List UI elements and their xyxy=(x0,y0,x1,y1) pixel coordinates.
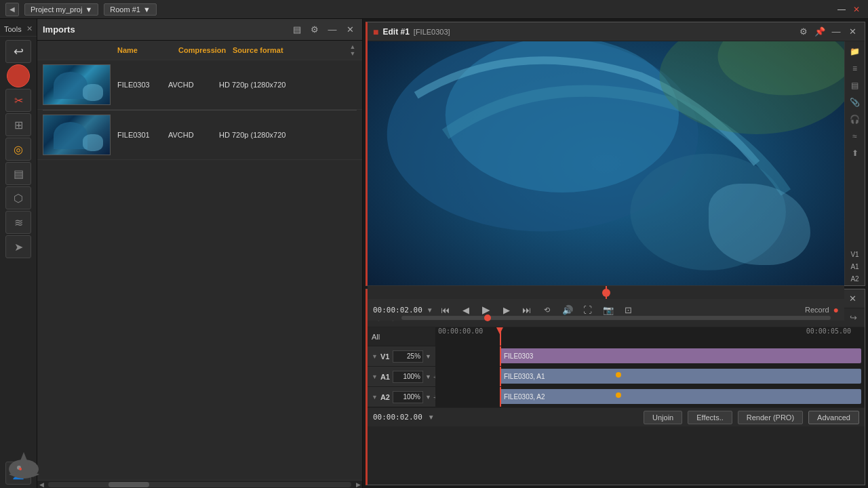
viewer-scrub-bar[interactable] xyxy=(368,285,844,299)
scroll-right-arrow[interactable]: ▶ xyxy=(354,481,362,488)
imports-panel: Imports ▤ ⚙ — ✕ Name Compression Source … xyxy=(37,19,363,488)
tl-close-btn[interactable]: ✕ xyxy=(846,292,859,306)
snap-btn[interactable]: 📷 xyxy=(600,303,616,317)
v1-pct-input[interactable] xyxy=(393,350,423,363)
fullscreen-btn[interactable]: ⛶ xyxy=(580,303,596,317)
effects-button[interactable]: Effects.. xyxy=(688,411,732,424)
a2-collapse-arrow[interactable]: ▼ xyxy=(372,394,378,401)
v1-collapse-arrow[interactable]: ▼ xyxy=(372,353,378,360)
scrub-indicator xyxy=(602,289,610,297)
scroll-thumb[interactable] xyxy=(108,482,149,487)
a2-clip-file0303[interactable]: FILE0303, A2 xyxy=(500,389,861,404)
a2-pct-dropdown[interactable]: ▼ xyxy=(425,394,431,401)
viewer-settings-btn[interactable]: ⚙ xyxy=(797,25,810,39)
audio-btn[interactable]: 🔊 xyxy=(559,303,576,317)
all-track-label-area: All xyxy=(368,333,435,341)
timecode-dropdown[interactable]: ▼ xyxy=(427,306,433,314)
col-scroll-down[interactable]: ▼ xyxy=(350,50,356,57)
viewer-minimize-btn[interactable]: — xyxy=(829,25,843,39)
tl-redo-btn[interactable]: ↪ xyxy=(848,312,859,323)
vt-a1-label: A1 xyxy=(850,263,859,270)
project-dropdown-icon[interactable]: ▼ xyxy=(85,5,92,14)
tl-zoom-slider[interactable] xyxy=(401,316,831,320)
room-dropdown-icon[interactable]: ▼ xyxy=(143,5,151,14)
all-track-name: All xyxy=(372,333,380,341)
imports-settings-btn[interactable]: ⚙ xyxy=(308,23,321,37)
a2-marker xyxy=(616,392,621,398)
go-start-btn[interactable]: ⏮ xyxy=(437,303,454,317)
tool-table-btn[interactable]: ▤ xyxy=(5,162,31,185)
tool-grid-btn[interactable]: ⊞ xyxy=(5,113,31,136)
imports-minimize-btn[interactable]: — xyxy=(326,23,339,37)
viewer-pin-btn[interactable]: 📌 xyxy=(813,25,827,39)
tl-tc-dropdown[interactable]: ▼ xyxy=(428,413,435,421)
tool-layers-btn[interactable]: ≋ xyxy=(5,211,31,234)
a2-playhead xyxy=(500,387,501,407)
vt-upload-btn[interactable]: ⬆ xyxy=(848,146,863,161)
app-icon-btn[interactable]: ◀ xyxy=(5,3,19,16)
svg-marker-1 xyxy=(18,452,29,466)
tool-cut-btn[interactable]: ✂ xyxy=(5,89,31,112)
project-label: Project my_proj xyxy=(31,5,82,14)
step-back-btn[interactable]: ◀ xyxy=(458,303,474,317)
a1-label-area: ▼ A1 ▼ + -1.3 0.0 xyxy=(368,367,435,386)
col-compression-header: Compression xyxy=(178,46,233,54)
edit-viewer: ■ Edit #1 [FILE0303] ⚙ 📌 — ✕ xyxy=(366,22,865,286)
imports-close-btn[interactable]: ✕ xyxy=(343,23,357,37)
tools-close-icon[interactable]: ✕ xyxy=(26,24,33,33)
thumb-image-1 xyxy=(43,65,110,104)
col-scroll-up[interactable]: ▲ xyxy=(350,43,356,50)
viewer-timecode: 00:00:02.00 xyxy=(373,306,422,314)
project-tab[interactable]: Project my_proj ▼ xyxy=(24,3,98,16)
tool-record-btn[interactable] xyxy=(7,64,30,87)
vt-folder-btn[interactable]: 📁 xyxy=(848,44,863,59)
import-format-0301: HD 720p (868x488 xyxy=(219,131,357,139)
v1-playhead xyxy=(500,346,501,366)
vt-clip-btn[interactable]: 📎 xyxy=(848,95,863,110)
col-name-header: Name xyxy=(117,46,178,54)
col-scroll: ▲ ▼ xyxy=(349,43,357,57)
vt-list-btn[interactable]: ≡ xyxy=(848,61,863,76)
frame-btn[interactable]: ⊡ xyxy=(620,303,637,317)
tool-3d-btn[interactable]: ⬡ xyxy=(5,186,31,209)
import-item-file0303[interactable]: FILE0303 AVCHD HD 720p (868x488 xyxy=(37,60,362,110)
go-end-btn[interactable]: ⏭ xyxy=(519,303,535,317)
room-tab[interactable]: Room #1 ▼ xyxy=(104,3,157,16)
a1-collapse-arrow[interactable]: ▼ xyxy=(372,373,378,380)
a2-clip-name: FILE0303, A2 xyxy=(504,393,545,401)
scroll-track[interactable] xyxy=(48,482,351,487)
a1-clip-name: FILE0303, A1 xyxy=(504,373,545,380)
a1-pct-dropdown[interactable]: ▼ xyxy=(425,373,431,380)
timeline-panel: ■ Edit #1 ⚙ 📌 ✕ ⊕ ⊘ ↩ ↪ Al xyxy=(366,289,865,485)
v1-pct-dropdown[interactable]: ▼ xyxy=(425,353,431,360)
tool-export-btn[interactable]: ➤ xyxy=(5,235,31,258)
a1-clip-file0303[interactable]: FILE0303, A1 xyxy=(500,369,861,384)
title-bar: ◀ Project my_proj ▼ Room #1 ▼ — ✕ xyxy=(0,0,868,19)
viewer-close-btn[interactable]: ✕ xyxy=(846,25,859,39)
close-button[interactable]: ✕ xyxy=(850,3,863,16)
a2-clips-area: FILE0303, A2 xyxy=(435,387,865,407)
import-item-file0301[interactable]: FILE0301 AVCHD HD 720p (868x488 xyxy=(37,110,362,160)
a1-pct-input[interactable] xyxy=(393,371,423,383)
tools-label: Tools xyxy=(4,25,22,33)
loop-btn[interactable]: ⟲ xyxy=(539,303,555,317)
viewer-title: Edit #1 xyxy=(382,27,409,37)
a2-pct-input[interactable] xyxy=(393,391,423,403)
a1-clips-area: FILE0303, A1 xyxy=(435,367,865,386)
tool-target-btn[interactable]: ◎ xyxy=(5,138,31,161)
minimize-button[interactable]: — xyxy=(835,3,848,16)
window-controls: — ✕ xyxy=(835,3,863,16)
vt-equalizer-btn[interactable]: ≈ xyxy=(848,129,863,144)
tool-select-btn[interactable]: ↩ xyxy=(5,40,31,63)
step-fwd-btn[interactable]: ▶ xyxy=(498,303,515,317)
render-button[interactable]: Render (PRO) xyxy=(738,411,803,424)
v1-clip-file0303[interactable]: FILE0303 xyxy=(500,348,861,363)
viewer-header: ■ Edit #1 [FILE0303] ⚙ 📌 — ✕ xyxy=(368,22,865,41)
a1-marker xyxy=(616,372,621,378)
unjoin-button[interactable]: Unjoin xyxy=(644,411,682,424)
all-track-row: All 00:00:00.00 00:00:05.00 xyxy=(368,327,865,346)
advanced-button[interactable]: Advanced xyxy=(808,411,859,424)
vt-rows-btn[interactable]: ▤ xyxy=(848,78,863,93)
vt-headphones-btn[interactable]: 🎧 xyxy=(848,112,863,127)
imports-view-btn[interactable]: ▤ xyxy=(290,23,304,37)
